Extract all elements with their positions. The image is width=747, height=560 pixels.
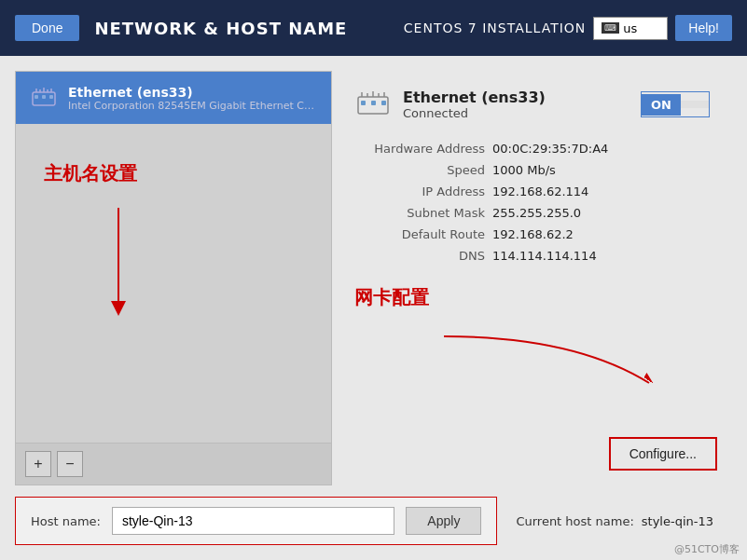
centos-label: CENTOS 7 INSTALLATION xyxy=(404,20,586,35)
dns-label: DNS xyxy=(354,249,485,263)
ip-value: 192.168.62.114 xyxy=(492,184,588,198)
hostname-label: Host name: xyxy=(31,514,101,528)
page-title: NETWORK & HOST NAME xyxy=(94,19,347,38)
device-item-ens33[interactable]: Ethernet (ens33) Intel Corporation 82545… xyxy=(16,72,331,124)
device-header-info: Ethernet (ens33) Connected xyxy=(403,89,629,120)
current-hostname-label: Current host name: xyxy=(516,514,633,528)
toggle-off-area xyxy=(681,101,709,108)
svg-rect-7 xyxy=(42,95,46,99)
annotation-left-arrow xyxy=(90,208,146,320)
default-route-value: 192.168.62.2 xyxy=(492,227,574,241)
header: Done NETWORK & HOST NAME CENTOS 7 INSTAL… xyxy=(0,0,747,56)
hostname-bar: Host name: Apply xyxy=(15,497,497,545)
svg-rect-16 xyxy=(361,101,366,105)
detail-hardware-address: Hardware Address 00:0C:29:35:7D:A4 xyxy=(354,142,710,156)
device-info: Ethernet (ens33) Intel Corporation 82545… xyxy=(68,85,318,112)
current-hostname-area: Current host name: style-qin-13 xyxy=(497,514,732,528)
ip-label: IP Address xyxy=(354,184,485,198)
device-desc: Intel Corporation 82545EM Gigabit Ethern… xyxy=(68,100,318,112)
apply-button[interactable]: Apply xyxy=(406,507,481,535)
device-header-name: Ethernet (ens33) xyxy=(403,89,629,106)
svg-rect-18 xyxy=(381,101,386,105)
svg-rect-6 xyxy=(35,95,38,99)
speed-label: Speed xyxy=(354,163,485,177)
device-controls: + − xyxy=(16,443,331,485)
detail-dns: DNS 114.114.114.114 xyxy=(354,249,710,263)
annotation-right-arrow xyxy=(407,318,668,411)
device-header: Ethernet (ens33) Connected ON xyxy=(354,86,710,123)
subnet-value: 255.255.255.0 xyxy=(492,206,581,220)
help-button[interactable]: Help! xyxy=(675,15,732,41)
configure-area: Configure... xyxy=(609,437,717,471)
toggle-on-label: ON xyxy=(642,94,681,116)
add-device-button[interactable]: + xyxy=(25,451,51,477)
annotation-right-text: 网卡配置 xyxy=(354,285,429,310)
header-left: Done NETWORK & HOST NAME xyxy=(15,15,347,41)
current-hostname-value: style-qin-13 xyxy=(642,514,713,528)
keyboard-icon: ⌨ xyxy=(602,22,619,34)
hardware-address-value: 00:0C:29:35:7D:A4 xyxy=(492,142,608,156)
toggle-switch[interactable]: ON xyxy=(641,91,710,117)
subnet-label: Subnet Mask xyxy=(354,206,485,220)
detail-subnet: Subnet Mask 255.255.255.0 xyxy=(354,206,710,220)
svg-rect-17 xyxy=(371,101,376,105)
keyboard-input[interactable]: ⌨ us xyxy=(593,17,668,40)
detail-default-route: Default Route 192.168.62.2 xyxy=(354,227,710,241)
default-route-label: Default Route xyxy=(354,227,485,241)
device-header-status: Connected xyxy=(403,106,629,120)
annotation-area-left: 主机名设置 xyxy=(16,124,331,443)
dns-value: 114.114.114.114 xyxy=(492,249,597,263)
left-panel: Ethernet (ens33) Intel Corporation 82545… xyxy=(15,71,332,485)
detail-speed: Speed 1000 Mb/s xyxy=(354,163,710,177)
content-area: Ethernet (ens33) Intel Corporation 82545… xyxy=(15,71,732,485)
annotation-left-text: 主机名设置 xyxy=(44,161,137,186)
header-right: CENTOS 7 INSTALLATION ⌨ us Help! xyxy=(404,15,732,41)
keyboard-lang: us xyxy=(623,21,637,35)
device-header-icon xyxy=(354,86,392,123)
ethernet-icon xyxy=(29,83,59,113)
hostname-input[interactable] xyxy=(112,507,394,535)
remove-device-button[interactable]: − xyxy=(57,451,83,477)
speed-value: 1000 Mb/s xyxy=(492,163,556,177)
done-button[interactable]: Done xyxy=(15,15,79,41)
svg-rect-8 xyxy=(49,95,53,99)
configure-button[interactable]: Configure... xyxy=(609,437,717,471)
hardware-address-label: Hardware Address xyxy=(354,142,485,156)
detail-ip: IP Address 192.168.62.114 xyxy=(354,184,710,198)
main-content: Ethernet (ens33) Intel Corporation 82545… xyxy=(0,56,747,560)
watermark: @51CTO博客 xyxy=(674,542,740,556)
bottom-section: Host name: Apply Current host name: styl… xyxy=(15,497,732,545)
device-name: Ethernet (ens33) xyxy=(68,85,318,100)
right-panel: Ethernet (ens33) Connected ON Hardware A… xyxy=(332,71,732,485)
